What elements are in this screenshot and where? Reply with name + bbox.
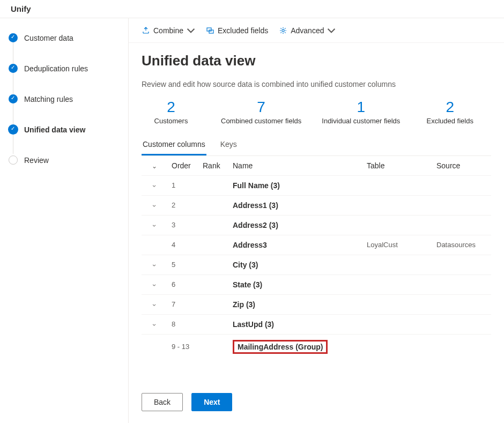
cell-table: [362, 314, 432, 334]
stat-num: 7: [221, 99, 301, 116]
circle-icon: [9, 155, 18, 165]
cell-order: 6: [167, 274, 198, 294]
steps-list: Customer data Deduplication rules Matchi…: [9, 33, 120, 165]
table-row[interactable]: ›3Address2 (3): [142, 215, 491, 235]
cell-order: 4: [167, 235, 198, 255]
cell-rank: [198, 215, 228, 235]
cell-source: [432, 294, 491, 314]
cell-source: [432, 314, 491, 334]
table-row[interactable]: ›5City (3): [142, 255, 491, 274]
col-source[interactable]: Source: [432, 156, 491, 176]
topbar: Unify: [0, 0, 504, 18]
stat-label: Combined customer fields: [221, 117, 301, 125]
table-row[interactable]: ›7Zip (3): [142, 294, 491, 314]
chevron-right-icon[interactable]: ›: [151, 264, 158, 266]
col-order[interactable]: Order: [167, 156, 198, 176]
step-label: Matching rules: [24, 95, 73, 103]
svg-point-2: [282, 29, 284, 31]
chevron-down-icon: [187, 26, 195, 35]
check-icon: [9, 94, 18, 103]
chevron-down-icon: ⌄: [152, 162, 157, 170]
sidebar: Customer data Deduplication rules Matchi…: [0, 18, 129, 423]
step-label: Customer data: [24, 34, 73, 42]
cell-order: 1: [167, 175, 198, 195]
chevron-right-icon[interactable]: ›: [151, 185, 158, 187]
stat-num: 1: [322, 99, 400, 116]
footer: Back Next: [129, 385, 504, 423]
cell-name: LastUpd (3): [228, 314, 362, 334]
cell-order: 7: [167, 294, 198, 314]
cell-source: Datasources: [432, 235, 491, 255]
cell-table: [362, 274, 432, 294]
cell-order: 9 - 13: [167, 334, 198, 359]
cell-name: Zip (3): [228, 294, 362, 314]
cell-rank: [198, 195, 228, 215]
cell-rank: [198, 294, 228, 314]
sort-header[interactable]: ⌄: [142, 156, 167, 176]
cell-name: Address3: [228, 235, 362, 255]
next-button[interactable]: Next: [191, 393, 232, 411]
cell-table: [362, 255, 432, 274]
chevron-right-icon[interactable]: ›: [151, 205, 158, 207]
cell-name: State (3): [228, 274, 362, 294]
cell-source: [432, 334, 491, 359]
step-matching-rules[interactable]: Matching rules: [9, 94, 120, 103]
gear-icon: [279, 26, 287, 35]
combine-label: Combine: [153, 26, 183, 35]
cell-name: Address1 (3): [228, 195, 362, 215]
cell-table: [362, 215, 432, 235]
stat-combined-fields: 7 Combined customer fields: [221, 99, 301, 125]
excluded-label: Excluded fields: [218, 26, 268, 35]
advanced-menu[interactable]: Advanced: [279, 26, 336, 35]
chevron-right-icon[interactable]: ›: [151, 284, 158, 286]
back-button[interactable]: Back: [142, 393, 183, 411]
cell-order: 3: [167, 215, 198, 235]
table-row[interactable]: ›2Address1 (3): [142, 195, 491, 215]
table-row[interactable]: 9 - 13MailingAddress (Group): [142, 334, 491, 359]
tab-customer-columns[interactable]: Customer columns: [142, 135, 206, 155]
check-icon: [9, 125, 18, 134]
tab-keys[interactable]: Keys: [219, 135, 238, 155]
cell-table: [362, 294, 432, 314]
stat-label: Customers: [142, 117, 201, 125]
stat-label: Individual customer fields: [322, 117, 400, 125]
chevron-right-icon[interactable]: ›: [151, 324, 158, 326]
cell-table: [362, 175, 432, 195]
col-table[interactable]: Table: [362, 156, 432, 176]
table-row[interactable]: 4Address3LoyalCustDatasources: [142, 235, 491, 255]
cell-source: [432, 274, 491, 294]
stats-row: 2 Customers 7 Combined customer fields 1…: [142, 99, 491, 125]
stat-num: 2: [142, 99, 201, 116]
step-customer-data[interactable]: Customer data: [9, 33, 120, 42]
col-name[interactable]: Name: [228, 156, 362, 176]
combine-menu[interactable]: Combine: [142, 26, 195, 35]
table-row[interactable]: ›8LastUpd (3): [142, 314, 491, 334]
step-unified-data-view[interactable]: Unified data view: [9, 125, 120, 134]
stat-customers: 2 Customers: [142, 99, 201, 125]
chevron-down-icon: [327, 26, 336, 35]
cell-name: Address2 (3): [228, 215, 362, 235]
cell-rank: [198, 255, 228, 274]
step-dedup-rules[interactable]: Deduplication rules: [9, 64, 120, 73]
app-title: Unify: [11, 4, 31, 13]
excluded-icon: [206, 26, 214, 35]
highlighted-group: MailingAddress (Group): [233, 340, 328, 354]
chevron-right-icon[interactable]: ›: [151, 304, 158, 306]
step-review[interactable]: Review: [9, 155, 120, 165]
cell-name: Full Name (3): [228, 175, 362, 195]
excluded-fields-button[interactable]: Excluded fields: [206, 26, 268, 35]
stat-num: 2: [420, 99, 479, 116]
col-rank[interactable]: Rank: [198, 156, 228, 176]
cell-table: [362, 195, 432, 215]
step-label: Review: [24, 156, 49, 165]
step-label: Deduplication rules: [24, 64, 88, 73]
tabs: Customer columns Keys: [142, 135, 491, 156]
cell-source: [432, 255, 491, 274]
cell-order: 2: [167, 195, 198, 215]
cell-source: [432, 195, 491, 215]
cell-rank: [198, 334, 228, 359]
table-row[interactable]: ›1Full Name (3): [142, 175, 491, 195]
stat-excluded-fields: 2 Excluded fields: [420, 99, 479, 125]
chevron-right-icon[interactable]: ›: [151, 225, 158, 227]
table-row[interactable]: ›6State (3): [142, 274, 491, 294]
